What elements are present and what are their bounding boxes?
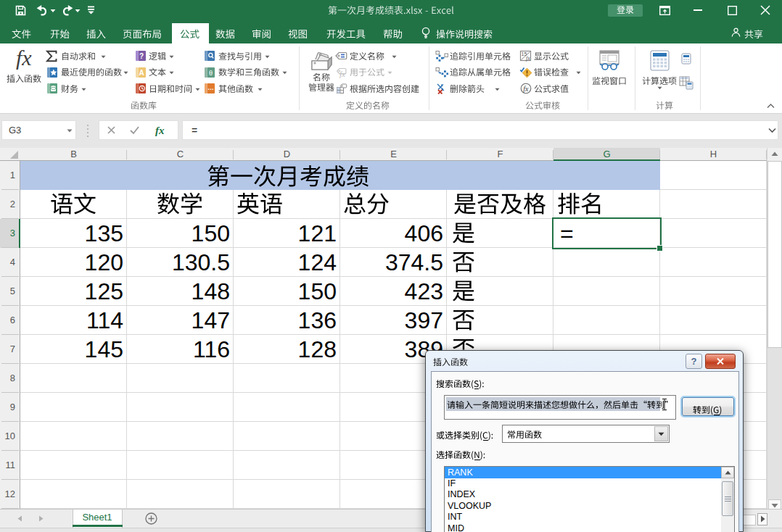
svg-text:A: A (139, 69, 144, 77)
svg-text:θ: θ (209, 69, 213, 77)
svg-text:fx: fx (339, 70, 345, 78)
svg-text:?: ? (139, 52, 144, 60)
svg-text:…: … (207, 84, 214, 91)
svg-text:fx: fx (523, 85, 529, 93)
svg-text:fx: fx (526, 55, 530, 62)
